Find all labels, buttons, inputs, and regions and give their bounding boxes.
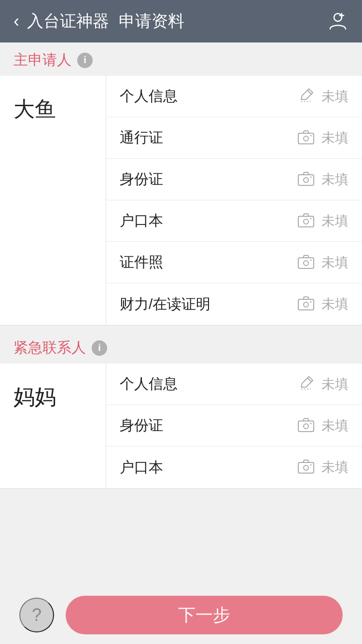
item-label-household: 户口本 [120,211,163,231]
item-right-finance: 未填 [297,294,348,314]
page-title: 申请资料 [119,10,184,32]
status-finance: 未填 [321,295,348,313]
svg-point-12 [304,219,308,224]
svg-rect-25 [298,462,314,473]
svg-point-16 [310,259,312,261]
app-name[interactable]: 入台证神器 [27,10,109,32]
item-personal-info[interactable]: 个人信息 未填 [106,76,362,117]
main-applicant-items: 个人信息 未填 通行证 [106,76,362,325]
item-label-photo: 证件照 [120,252,163,272]
item-right-photo: 未填 [297,253,348,272]
item-right-id-card: 未填 [297,170,348,189]
item-ec-personal-info[interactable]: 个人信息 未填 [106,364,362,405]
help-button[interactable]: ? [19,598,54,632]
bottom-bar: ? 下一步 [0,586,362,644]
svg-point-26 [304,465,308,470]
svg-point-23 [304,424,308,429]
next-button[interactable]: 下一步 [66,596,343,634]
svg-rect-17 [298,299,314,310]
status-photo: 未填 [321,253,348,272]
status-pass: 未填 [321,129,348,147]
svg-point-0 [334,14,342,21]
item-label-ec-id-card: 身份证 [120,416,163,435]
item-label-ec-personal-info: 个人信息 [120,374,178,394]
svg-rect-5 [298,133,314,144]
camera-icon-photo [297,253,315,272]
edit-icon-ec [297,375,315,394]
svg-point-9 [304,178,308,182]
svg-point-27 [310,464,312,466]
camera-icon-household [297,211,315,231]
item-right-ec-personal-info: 未填 [297,375,348,394]
svg-point-19 [310,301,312,303]
svg-rect-8 [298,175,314,185]
edit-icon [297,87,315,106]
item-pass[interactable]: 通行证 未填 [106,117,362,159]
emergency-title: 紧急联系人 [14,338,86,358]
svg-rect-11 [298,216,314,227]
item-right-ec-household: 未填 [297,458,348,477]
item-ec-id-card[interactable]: 身份证 未填 [106,405,362,447]
section-gap [0,325,362,330]
svg-rect-22 [298,421,314,432]
question-mark-icon: ? [32,605,42,625]
main-applicant-title: 主申请人 [14,50,71,70]
svg-rect-14 [298,258,314,268]
emergency-name: 妈妈 [14,383,56,411]
main-applicant-person-section: 大鱼 个人信息 未填 [0,76,362,325]
item-label-finance: 财力/在读证明 [120,294,210,314]
item-label-personal-info: 个人信息 [120,86,178,106]
camera-icon-ec-household [297,458,315,477]
header-left: ‹ 入台证神器 申请资料 [14,10,184,32]
status-id-card: 未填 [321,170,348,189]
svg-point-7 [310,135,312,136]
item-label-ec-household: 户口本 [120,458,163,477]
camera-icon-pass [297,128,315,148]
svg-point-24 [310,422,312,424]
main-applicant-name: 大鱼 [14,95,56,124]
item-right-pass: 未填 [297,128,348,148]
main-applicant-info-icon[interactable]: i [77,53,93,68]
svg-point-18 [304,302,308,307]
status-personal-info: 未填 [321,87,348,106]
camera-icon-finance [297,294,315,314]
emergency-items: 个人信息 未填 身份证 [106,364,362,488]
status-ec-id-card: 未填 [321,417,348,435]
status-ec-household: 未填 [321,458,348,476]
svg-point-6 [304,136,308,141]
main-content: 主申请人 i 大鱼 个人信息 [0,42,362,546]
emergency-info-icon[interactable]: i [92,340,107,356]
emergency-name-col: 妈妈 [0,364,106,488]
item-id-card[interactable]: 身份证 未填 [106,159,362,200]
svg-point-15 [304,261,308,266]
svg-point-13 [310,218,312,219]
back-arrow-icon[interactable]: ‹ [14,13,19,30]
header: ‹ 入台证神器 申请资料 [0,0,362,42]
item-right-ec-id-card: 未填 [297,416,348,435]
camera-icon-id-card [297,170,315,189]
item-finance[interactable]: 财力/在读证明 未填 [106,283,362,325]
camera-icon-ec-id-card [297,416,315,435]
item-household[interactable]: 户口本 未填 [106,200,362,242]
main-applicant-name-col: 大鱼 [0,76,106,325]
status-ec-personal-info: 未填 [321,375,348,393]
next-label: 下一步 [178,603,230,627]
svg-point-10 [310,176,312,178]
emergency-person-section: 妈妈 个人信息 未填 身份证 [0,364,362,489]
item-photo[interactable]: 证件照 未填 [106,242,362,283]
status-household: 未填 [321,212,348,230]
item-right-household: 未填 [297,211,348,231]
main-applicant-section-header: 主申请人 i [0,42,362,76]
item-ec-household[interactable]: 户口本 未填 [106,447,362,488]
item-label-pass: 通行证 [120,128,163,148]
item-label-id-card: 身份证 [120,169,163,189]
emergency-section-header: 紧急联系人 i [0,330,362,364]
item-right-personal-info: 未填 [297,87,348,106]
add-person-button[interactable] [327,11,348,32]
